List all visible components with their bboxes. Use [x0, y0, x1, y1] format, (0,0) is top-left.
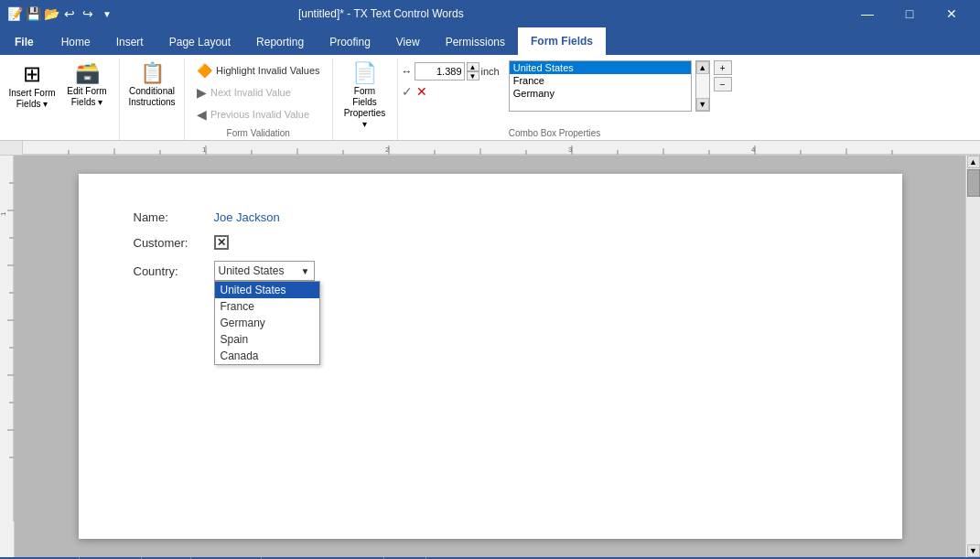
redo-icon[interactable]: ↪ [81, 6, 95, 21]
width-row: ↔ ▲ ▼ inch [402, 62, 500, 81]
form-fields-properties-label: Form FieldsProperties ▾ [341, 86, 389, 130]
maximize-button[interactable]: □ [888, 0, 931, 27]
combo-add-button[interactable]: + [714, 60, 732, 75]
right-scrollbar[interactable]: ▲ ▼ [965, 156, 980, 557]
save-icon-title[interactable]: 💾 [26, 6, 40, 21]
tab-file[interactable]: File [0, 29, 48, 55]
ruler-svg: 1 2 3 4 [23, 141, 980, 156]
ribbon-group-width: ↔ ▲ ▼ inch ✓ ✕ [398, 59, 503, 140]
scroll-track[interactable] [966, 168, 981, 544]
left-ruler: 1 [0, 156, 15, 557]
ruler-area: 1 2 3 4 [0, 141, 980, 156]
minimize-button[interactable]: — [846, 0, 888, 27]
ribbon-group-form-fields-props: 📄 Form FieldsProperties ▾ [333, 59, 398, 140]
next-invalid-icon: ▶ [197, 85, 207, 100]
invalid-row: ✓ ✕ [402, 84, 427, 99]
svg-text:4: 4 [751, 145, 756, 154]
customer-label: Customer: [134, 236, 207, 250]
dropdown-item-us[interactable]: United States [215, 282, 319, 298]
ribbon-group-insert-edit: ⊞ Insert FormFields ▾ 🗃️ Edit FormFields… [0, 59, 120, 140]
combo-scroll-up-button[interactable]: ▲ [696, 61, 709, 74]
width-input[interactable] [415, 62, 465, 81]
tab-proofing[interactable]: Proofing [317, 29, 383, 55]
country-combo-field[interactable]: United States ▼ [214, 261, 315, 281]
form-validation-label: Form Validation [190, 128, 327, 138]
combo-scroll-down-button[interactable]: ▼ [696, 98, 709, 111]
ribbon-tab-bar: File Home Insert Page Layout Reporting P… [0, 27, 980, 55]
ribbon-group-form-validation: 🔶 Highlight Invalid Values ▶ Next Invali… [185, 59, 333, 140]
name-row: Name: Joe Jackson [134, 210, 847, 224]
combo-box-label: Combo Box Properties [509, 128, 975, 138]
open-icon-title[interactable]: 📂 [44, 6, 59, 21]
form-fields-properties-icon: 📄 [352, 63, 377, 83]
combo-list[interactable]: United States France Germany [509, 60, 692, 112]
combo-remove-button[interactable]: − [714, 77, 732, 91]
name-value: Joe Jackson [214, 210, 280, 224]
edit-form-fields-button[interactable]: 🗃️ Edit FormFields ▾ [60, 59, 113, 112]
previous-invalid-label: Previous Invalid Value [210, 109, 309, 120]
next-invalid-label: Next Invalid Value [210, 87, 291, 98]
tab-reporting[interactable]: Reporting [243, 29, 317, 55]
highlight-invalid-button[interactable]: 🔶 Highlight Invalid Values [190, 60, 327, 81]
combo-list-item-germany[interactable]: Germany [510, 87, 691, 100]
edit-form-fields-label: Edit FormFields ▾ [67, 86, 106, 108]
insert-form-fields-button[interactable]: ⊞ Insert FormFields ▾ [5, 59, 59, 113]
conditional-instructions-label: ConditionalInstructions [128, 86, 175, 108]
document-area[interactable]: Name: Joe Jackson Customer: ✕ Country: U… [15, 156, 965, 557]
dropdown-item-germany[interactable]: Germany [215, 315, 319, 331]
document-page: Name: Joe Jackson Customer: ✕ Country: U… [79, 174, 902, 539]
combo-side-buttons: + − [714, 60, 732, 91]
svg-text:1: 1 [202, 145, 207, 154]
invalid-x-icon: ✕ [416, 84, 427, 99]
previous-invalid-icon: ◀ [197, 107, 207, 122]
width-spinner: ▲ ▼ [467, 62, 479, 81]
tab-page-layout[interactable]: Page Layout [156, 29, 243, 55]
country-selected-text: United States [219, 264, 285, 277]
insert-form-fields-icon: ⊞ [23, 63, 41, 85]
scroll-down-button[interactable]: ▼ [967, 544, 980, 557]
svg-text:2: 2 [385, 145, 390, 154]
dropdown-item-france[interactable]: France [215, 298, 319, 315]
dropdown-item-canada[interactable]: Canada [215, 348, 319, 364]
edit-form-fields-icon: 🗃️ [75, 63, 100, 83]
width-up-button[interactable]: ▲ [467, 62, 479, 71]
undo-icon[interactable]: ↩ [62, 6, 77, 21]
tab-permissions[interactable]: Permissions [433, 29, 518, 55]
form-validation-content: 🔶 Highlight Invalid Values ▶ Next Invali… [190, 59, 327, 126]
country-label: Country: [134, 264, 207, 278]
combo-scroll-track [696, 74, 709, 98]
dropdown-item-spain[interactable]: Spain [215, 331, 319, 348]
customer-checkbox[interactable]: ✕ [214, 235, 229, 250]
width-icon: ↔ [402, 65, 413, 78]
combo-scrollbar[interactable]: ▲ ▼ [695, 60, 710, 112]
form-fields-properties-button[interactable]: 📄 Form FieldsProperties ▾ [339, 59, 392, 133]
horizontal-ruler: 1 2 3 4 [23, 141, 980, 156]
combo-box-content: United States France Germany ▲ ▼ + − [509, 60, 975, 126]
conditional-instructions-icon: 📋 [140, 63, 165, 83]
previous-invalid-button[interactable]: ◀ Previous Invalid Value [190, 104, 316, 124]
window-controls: — □ ✕ [846, 0, 973, 27]
tab-form-fields[interactable]: Form Fields [518, 27, 606, 55]
tab-home[interactable]: Home [48, 29, 103, 55]
app-icon: 📝 [7, 6, 22, 21]
tab-insert[interactable]: Insert [103, 29, 156, 55]
scroll-up-button[interactable]: ▲ [967, 156, 980, 168]
country-dropdown[interactable]: United States France Germany Spain Canad… [214, 281, 320, 365]
tab-view[interactable]: View [383, 29, 433, 55]
conditional-instructions-button[interactable]: 📋 ConditionalInstructions [125, 59, 178, 112]
scroll-thumb[interactable] [967, 169, 980, 197]
more-title-options[interactable]: ▼ [102, 9, 112, 19]
insert-form-fields-label: Insert FormFields ▾ [8, 88, 55, 110]
next-invalid-button[interactable]: ▶ Next Invalid Value [190, 82, 297, 102]
vertical-ruler-svg: 1 [0, 156, 15, 521]
country-row: Country: United States ▼ United States F… [134, 261, 847, 281]
insert-edit-buttons: ⊞ Insert FormFields ▾ 🗃️ Edit FormFields… [5, 59, 113, 138]
width-down-button[interactable]: ▼ [467, 71, 479, 81]
close-button[interactable]: ✕ [931, 0, 973, 27]
combo-list-item-us[interactable]: United States [510, 61, 691, 74]
title-bar: 📝 💾 📂 ↩ ↪ ▼ [untitled]* - TX Text Contro… [0, 0, 980, 27]
combo-list-item-france[interactable]: France [510, 74, 691, 87]
form-fields-props-content: 📄 Form FieldsProperties ▾ [339, 59, 392, 138]
ribbon-group-conditional: 📋 ConditionalInstructions [120, 59, 185, 140]
title-bar-left: 📝 💾 📂 ↩ ↪ ▼ [untitled]* - TX Text Contro… [7, 6, 464, 21]
